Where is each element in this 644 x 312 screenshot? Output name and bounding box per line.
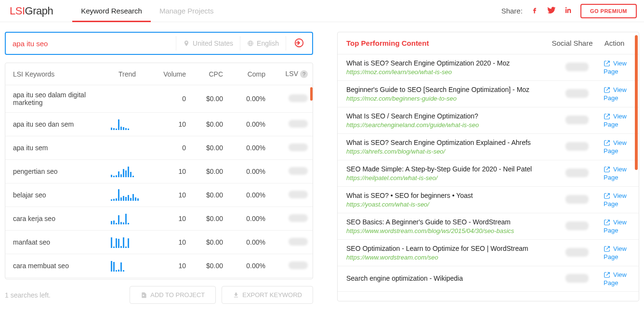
content-row-url[interactable]: https://searchengineland.com/guide/what-… (346, 121, 551, 129)
content-row-share (551, 63, 604, 73)
content-row: SEO Basics: A Beginner's Guide to SEO - … (338, 213, 639, 240)
cell-trend (106, 183, 148, 207)
col-volume[interactable]: Volume (148, 63, 191, 85)
cell-lsv (270, 231, 313, 254)
cell-keyword: apa itu seo dan sem (5, 113, 106, 136)
content-row-share (551, 248, 604, 258)
main: United States English LSI Keywords T (0, 22, 644, 312)
content-panel: Top Performing Content Social Share Acti… (337, 32, 639, 301)
help-icon[interactable]: ? (300, 70, 308, 78)
add-to-project-button[interactable]: ADD TO PROJECT (130, 286, 216, 304)
cell-comp: 0.00% (228, 183, 270, 207)
tab-manage-projects[interactable]: Manage Projects (151, 0, 223, 22)
enter-icon (294, 38, 304, 48)
facebook-icon[interactable] (530, 6, 539, 16)
view-page-link[interactable]: ViewPage (604, 86, 630, 102)
cell-trend (106, 136, 148, 160)
external-link-icon (604, 60, 610, 67)
view-page-link[interactable]: ViewPage (604, 219, 630, 234)
content-row-url[interactable]: https://neilpatel.com/what-is-seo/ (346, 174, 551, 182)
logo[interactable]: LSIGraph (10, 5, 53, 17)
table-row[interactable]: cara membuat seo10$0.000.00% (5, 254, 313, 278)
table-row[interactable]: apa itu sem0$0.000.00% (5, 136, 313, 160)
country-selector[interactable]: United States (176, 39, 240, 47)
scrollbar-accent[interactable] (635, 35, 638, 170)
view-page-link[interactable]: ViewPage (604, 245, 630, 260)
col-comp[interactable]: Comp (228, 63, 270, 85)
cell-volume: 0 (148, 85, 191, 113)
language-label: English (257, 39, 279, 47)
content-row-url[interactable]: https://yoast.com/what-is-seo/ (346, 201, 551, 208)
content-row-title[interactable]: What Is SEO / Search Engine Optimization… (346, 112, 551, 120)
table-row[interactable]: pengertian seo10$0.000.00% (5, 160, 313, 183)
twitter-icon[interactable] (547, 5, 556, 16)
content-row: What is SEO? Search Engine Optimization … (338, 54, 639, 81)
content-row-title[interactable]: SEO Optimization - Learn to Optimize for… (346, 245, 551, 252)
globe-icon (247, 40, 254, 47)
tab-keyword-research[interactable]: Keyword Research (72, 0, 151, 22)
go-premium-button[interactable]: GO PREMIUM (580, 4, 637, 18)
cell-cpc: $0.00 (191, 254, 228, 278)
language-selector[interactable]: English (240, 39, 286, 47)
col-cpc[interactable]: CPC (191, 63, 228, 85)
external-link-icon (604, 193, 610, 199)
right-column: Top Performing Content Social Share Acti… (337, 32, 639, 312)
content-row-title[interactable]: What is SEO? • SEO for beginners • Yoast (346, 192, 551, 199)
table-row[interactable]: what is seo22,200$7.4215.21% (5, 278, 313, 280)
table-row[interactable]: apa itu seo dan sem10$0.000.00% (5, 113, 313, 136)
cell-comp: 15.21% (228, 278, 270, 280)
content-row-url[interactable]: https://www.wordstream.com/seo (346, 254, 551, 261)
cell-volume: 22,200 (148, 278, 191, 280)
view-page-link[interactable]: ViewPage (604, 192, 630, 208)
cell-cpc: $0.00 (191, 183, 228, 207)
col-keywords[interactable]: LSI Keywords (5, 63, 106, 85)
cell-keyword: apa itu seo dalam digital marketing (5, 85, 106, 113)
table-row[interactable]: cara kerja seo10$0.000.00% (5, 207, 313, 231)
col-lsv[interactable]: LSV? (270, 63, 313, 85)
external-link-icon (604, 140, 610, 146)
view-page-link[interactable]: ViewPage (604, 60, 630, 75)
view-page-link[interactable]: ViewPage (604, 271, 630, 286)
external-link-icon (604, 219, 610, 226)
col-action: Action (599, 39, 630, 47)
content-row-title[interactable]: What is SEO? Search Engine Optimization … (346, 139, 551, 146)
col-trend[interactable]: Trend (106, 63, 148, 85)
table-row[interactable]: belajar seo10$0.000.00% (5, 183, 313, 207)
content-row-url[interactable]: https://www.wordstream.com/blog/ws/2015/… (346, 227, 551, 234)
cell-cpc: $0.00 (191, 160, 228, 183)
cell-trend (106, 254, 148, 278)
view-page-link[interactable]: ViewPage (604, 113, 630, 128)
content-row-share (551, 195, 604, 205)
cell-trend (106, 85, 148, 113)
cell-cpc: $0.00 (191, 85, 228, 113)
export-keyword-button[interactable]: EXPORT KEYWORD (222, 286, 313, 304)
content-row-title[interactable]: SEO Basics: A Beginner's Guide to SEO - … (346, 218, 551, 226)
cell-trend (106, 160, 148, 183)
cell-volume: 10 (148, 160, 191, 183)
cell-cpc: $0.00 (191, 136, 228, 160)
content-row: SEO Made Simple: A Step-by-Step Guide fo… (338, 160, 639, 187)
table-row[interactable]: manfaat seo10$0.000.00% (5, 231, 313, 254)
content-row-url[interactable]: https://ahrefs.com/blog/what-is-seo/ (346, 148, 551, 155)
scrollbar-accent[interactable] (310, 87, 313, 101)
content-row-title[interactable]: SEO Made Simple: A Step-by-Step Guide fo… (346, 165, 551, 173)
cell-lsv (270, 85, 313, 113)
content-row-url[interactable]: https://moz.com/learn/seo/what-is-seo (346, 68, 551, 76)
content-row-url[interactable]: https://moz.com/beginners-guide-to-seo (346, 95, 551, 102)
content-row-title[interactable]: Search engine optimization - Wikipedia (346, 274, 551, 282)
content-row-title[interactable]: What is SEO? Search Engine Optimization … (346, 59, 551, 67)
searches-left: 1 searches left. (5, 291, 51, 299)
pin-icon (183, 40, 190, 47)
view-page-link[interactable]: ViewPage (604, 166, 630, 181)
search-input[interactable] (6, 39, 176, 48)
cell-trend (106, 231, 148, 254)
linkedin-icon[interactable] (564, 6, 573, 16)
content-row-title[interactable]: Beginner's Guide to SEO [Search Engine O… (346, 86, 551, 93)
view-page-link[interactable]: ViewPage (604, 139, 630, 155)
content-row-share (551, 89, 604, 99)
cell-lsv (270, 207, 313, 231)
table-row[interactable]: apa itu seo dalam digital marketing0$0.0… (5, 85, 313, 113)
search-submit-button[interactable] (286, 38, 312, 50)
external-link-icon (604, 166, 610, 173)
cell-comp: 0.00% (228, 207, 270, 231)
